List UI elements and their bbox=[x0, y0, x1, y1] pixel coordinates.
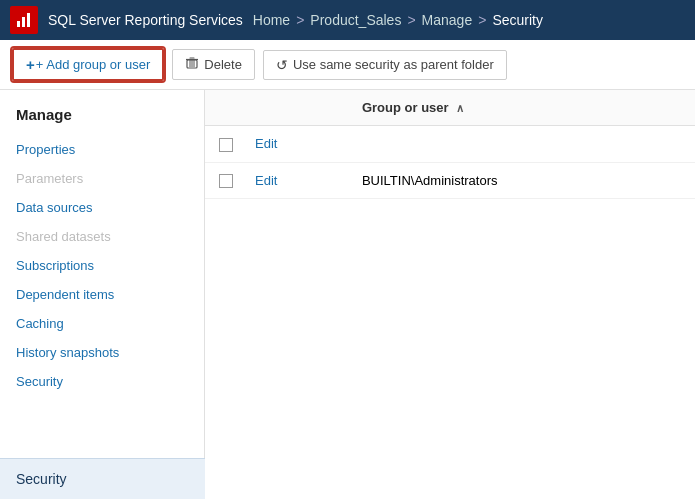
refresh-icon: ↺ bbox=[276, 57, 288, 73]
app-name: SQL Server Reporting Services bbox=[48, 12, 243, 28]
delete-button[interactable]: Delete bbox=[172, 49, 255, 80]
breadcrumb-sep-1: > bbox=[296, 12, 304, 28]
breadcrumb-home[interactable]: Home bbox=[253, 12, 290, 28]
sidebar: Manage Properties Parameters Data source… bbox=[0, 90, 205, 499]
bottom-security-label: Security bbox=[16, 471, 67, 487]
sidebar-title: Manage bbox=[0, 100, 204, 135]
bottom-security-bar[interactable]: Security bbox=[0, 458, 205, 499]
breadcrumb-manage[interactable]: Manage bbox=[422, 12, 473, 28]
sidebar-item-subscriptions-label: Subscriptions bbox=[16, 258, 94, 273]
row1-checkbox[interactable] bbox=[219, 138, 233, 152]
sidebar-item-dependent-items-label: Dependent items bbox=[16, 287, 114, 302]
breadcrumb-sep-3: > bbox=[478, 12, 486, 28]
row1-group-user-cell bbox=[348, 126, 695, 163]
body-layout: Manage Properties Parameters Data source… bbox=[0, 90, 695, 499]
table-row: Edit BUILTIN\Administrators bbox=[205, 162, 695, 199]
row1-checkbox-cell bbox=[205, 126, 241, 163]
sidebar-item-caching-label: Caching bbox=[16, 316, 64, 331]
row2-group-user-cell: BUILTIN\Administrators bbox=[348, 162, 695, 199]
breadcrumb-current: Security bbox=[492, 12, 543, 28]
add-group-button[interactable]: + + Add group or user bbox=[12, 48, 164, 81]
row1-edit-cell: Edit bbox=[241, 126, 348, 163]
row2-checkbox-cell bbox=[205, 162, 241, 199]
svg-rect-2 bbox=[27, 13, 30, 27]
row2-checkbox[interactable] bbox=[219, 174, 233, 188]
sidebar-item-parameters-label: Parameters bbox=[16, 171, 83, 186]
sidebar-item-history-snapshots-label: History snapshots bbox=[16, 345, 119, 360]
add-group-label: + Add group or user bbox=[36, 57, 151, 72]
use-same-security-button[interactable]: ↺ Use same security as parent folder bbox=[263, 50, 507, 80]
breadcrumb-sep-2: > bbox=[407, 12, 415, 28]
header: SQL Server Reporting Services Home > Pro… bbox=[0, 0, 695, 40]
sidebar-item-parameters: Parameters bbox=[0, 164, 204, 193]
delete-label: Delete bbox=[204, 57, 242, 72]
sidebar-item-data-sources-label: Data sources bbox=[16, 200, 93, 215]
security-table: Group or user ∧ Edit bbox=[205, 90, 695, 199]
trash-icon bbox=[185, 56, 199, 73]
toolbar: + + Add group or user Delete ↺ Use same … bbox=[0, 40, 695, 90]
sort-asc-icon: ∧ bbox=[456, 102, 464, 114]
app-logo bbox=[10, 6, 38, 34]
sidebar-item-dependent-items[interactable]: Dependent items bbox=[0, 280, 204, 309]
row2-edit-link[interactable]: Edit bbox=[255, 173, 277, 188]
col-header-checkbox bbox=[205, 90, 241, 126]
sidebar-item-data-sources[interactable]: Data sources bbox=[0, 193, 204, 222]
breadcrumb-product-sales[interactable]: Product_Sales bbox=[310, 12, 401, 28]
table-row: Edit bbox=[205, 126, 695, 163]
use-same-label: Use same security as parent folder bbox=[293, 57, 494, 72]
svg-rect-1 bbox=[22, 17, 25, 27]
sidebar-item-caching[interactable]: Caching bbox=[0, 309, 204, 338]
col-header-group-or-user-label: Group or user bbox=[362, 100, 449, 115]
svg-rect-0 bbox=[17, 21, 20, 27]
breadcrumb: Home > Product_Sales > Manage > Security bbox=[253, 12, 543, 28]
sidebar-item-history-snapshots[interactable]: History snapshots bbox=[0, 338, 204, 367]
table-area: Group or user ∧ Edit bbox=[205, 90, 695, 199]
sidebar-item-subscriptions[interactable]: Subscriptions bbox=[0, 251, 204, 280]
row2-edit-cell: Edit bbox=[241, 162, 348, 199]
plus-icon: + bbox=[26, 56, 35, 73]
sidebar-item-security-label: Security bbox=[16, 374, 63, 389]
col-header-group-or-user[interactable]: Group or user ∧ bbox=[348, 90, 695, 126]
row1-edit-link[interactable]: Edit bbox=[255, 136, 277, 151]
main-content: Group or user ∧ Edit bbox=[205, 90, 695, 499]
col-header-edit bbox=[241, 90, 348, 126]
sidebar-item-security[interactable]: Security bbox=[0, 367, 204, 396]
row2-group-user-value: BUILTIN\Administrators bbox=[362, 173, 498, 188]
sidebar-item-properties-label: Properties bbox=[16, 142, 75, 157]
sidebar-item-shared-datasets: Shared datasets bbox=[0, 222, 204, 251]
sidebar-item-properties[interactable]: Properties bbox=[0, 135, 204, 164]
sidebar-item-shared-datasets-label: Shared datasets bbox=[16, 229, 111, 244]
